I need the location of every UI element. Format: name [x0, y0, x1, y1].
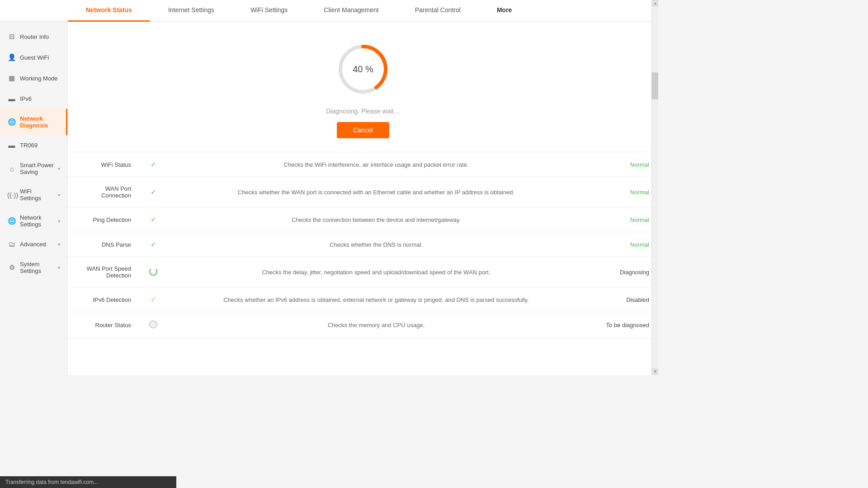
sidebar-item-smart-power-saving[interactable]: ⌂Smart Power Saving▾ — [0, 155, 67, 182]
sidebar-icon: 👤 — [7, 53, 16, 61]
check-icon: ✓ — [151, 160, 156, 168]
topnav-item-more[interactable]: More — [479, 0, 530, 22]
sidebar-label: WiFi Settings — [20, 188, 54, 202]
sidebar-icon: 🌐 — [7, 217, 16, 225]
progress-circle: 40 % — [334, 40, 392, 99]
row-icon: ✓ — [140, 152, 166, 177]
pending-icon — [149, 320, 157, 328]
row-description: Checks whether the DNS is normal. — [166, 232, 586, 257]
sidebar-label: System Settings — [20, 261, 54, 274]
topnav-item-network-status[interactable]: Network Status — [68, 0, 150, 22]
topnav-item-parental-control[interactable]: Parental Control — [397, 0, 479, 22]
table-row: WAN Port Connection✓Checks whether the W… — [68, 177, 658, 207]
sidebar-item-network-diagnosis[interactable]: 🌐Network Diagnosis — [0, 109, 67, 135]
table-row: DNS Parse✓Checks whether the DNS is norm… — [68, 232, 658, 257]
sidebar-label: Advanced — [20, 241, 46, 248]
topnav-item-wifi-settings[interactable]: WiFi Settings — [232, 0, 306, 22]
scrollbar[interactable]: ▲ ▼ — [651, 0, 658, 375]
row-status: Normal — [586, 232, 658, 257]
main-layout: ⊟Router Info👤Guest WiFi▦Working Mode▬IPv… — [0, 22, 658, 375]
check-icon: ✓ — [151, 188, 156, 196]
chevron-down-icon: ▾ — [58, 219, 60, 224]
row-description: Checks the delay, jitter, negotiation sp… — [166, 257, 586, 287]
row-name: WAN Port Connection — [68, 177, 140, 207]
chevron-down-icon: ▾ — [58, 166, 60, 171]
row-name: IPv6 Detection — [68, 287, 140, 312]
main-content: 40 % Diagnosing. Please wait… Cancel WiF… — [68, 22, 658, 375]
loading-icon — [149, 267, 157, 276]
diagnosis-table: WiFi Status✓Checks the WiFi interference… — [68, 152, 658, 338]
sidebar-item-guest-wifi[interactable]: 👤Guest WiFi — [0, 47, 67, 68]
sidebar-label: TR069 — [20, 142, 38, 149]
sidebar-label: Network Settings — [20, 214, 54, 228]
table-row: WiFi Status✓Checks the WiFi interference… — [68, 152, 658, 177]
row-name: Router Status — [68, 312, 140, 338]
table-row: IPv6 Detection✓Checks whether an IPv6 ad… — [68, 287, 658, 312]
cancel-button[interactable]: Cancel — [337, 122, 389, 138]
row-icon — [140, 257, 166, 287]
row-status: Disabled — [586, 287, 658, 312]
sidebar-label: Guest WiFi — [20, 54, 49, 61]
chevron-down-icon: ▾ — [58, 265, 60, 270]
scroll-up-arrow[interactable]: ▲ — [652, 0, 658, 7]
row-icon — [140, 312, 166, 338]
sidebar-label: Smart Power Saving — [20, 162, 54, 175]
row-name: DNS Parse — [68, 232, 140, 257]
sidebar-item-system-settings[interactable]: ⚙System Settings▾ — [0, 254, 67, 281]
top-navigation: Network StatusInternet SettingsWiFi Sett… — [0, 0, 658, 22]
sidebar-item-network-settings[interactable]: 🌐Network Settings▾ — [0, 208, 67, 234]
sidebar-icon: ⊟ — [7, 33, 16, 41]
row-status: Normal — [586, 177, 658, 207]
sidebar-icon: ((·)) — [7, 191, 16, 199]
sidebar-icon: ▦ — [7, 74, 16, 82]
sidebar-icon: ▬ — [7, 95, 16, 103]
table-row: Router StatusChecks the memory and CPU u… — [68, 312, 658, 338]
row-status: Normal — [586, 207, 658, 232]
check-icon: ✓ — [151, 216, 156, 223]
sidebar-item-router-info[interactable]: ⊟Router Info — [0, 26, 67, 47]
sidebar-label: IPv6 — [20, 95, 32, 102]
sidebar-icon: ⌂ — [7, 165, 16, 173]
row-description: Checks the memory and CPU usage. — [166, 312, 586, 338]
sidebar-label: Network Diagnosis — [20, 115, 59, 129]
chevron-down-icon: ▾ — [58, 242, 60, 247]
check-icon: ✓ — [151, 240, 156, 248]
row-status: Diagnosing — [586, 257, 658, 287]
table-row: Ping Detection✓Checks the connection bet… — [68, 207, 658, 232]
sidebar-item-tr069[interactable]: ▬TR069 — [0, 135, 67, 155]
sidebar-icon: ▬ — [7, 141, 16, 149]
row-description: Checks the connection between the device… — [166, 207, 586, 232]
row-icon: ✓ — [140, 177, 166, 207]
progress-label: 40 % — [353, 64, 373, 75]
chevron-down-icon: ▾ — [58, 192, 60, 197]
sidebar-item-advanced[interactable]: 🗂Advanced▾ — [0, 234, 67, 254]
row-name: Ping Detection — [68, 207, 140, 232]
scrollbar-thumb[interactable] — [651, 72, 658, 99]
sidebar-label: Router Info — [20, 33, 49, 40]
sidebar-item-wifi-settings[interactable]: ((·))WiFi Settings▾ — [0, 182, 67, 208]
row-icon: ✓ — [140, 232, 166, 257]
row-status: To be diagnosed — [586, 312, 658, 338]
sidebar-icon: 🌐 — [7, 118, 16, 126]
topnav-item-internet-settings[interactable]: Internet Settings — [150, 0, 232, 22]
row-description: Checks whether the WAN port is connected… — [166, 177, 586, 207]
row-status: Normal — [586, 152, 658, 177]
row-name: WAN Port Speed Detection — [68, 257, 140, 287]
diagnosing-text: Diagnosing. Please wait… — [326, 108, 400, 115]
sidebar: ⊟Router Info👤Guest WiFi▦Working Mode▬IPv… — [0, 22, 68, 375]
row-description: Checks the WiFi interference, air interf… — [166, 152, 586, 177]
topnav-item-client-management[interactable]: Client Management — [306, 0, 396, 22]
row-name: WiFi Status — [68, 152, 140, 177]
row-icon: ✓ — [140, 207, 166, 232]
sidebar-label: Working Mode — [20, 75, 58, 82]
sidebar-item-working-mode[interactable]: ▦Working Mode — [0, 68, 67, 89]
check-yellow-icon: ✓ — [151, 296, 156, 303]
diagnosis-progress-section: 40 % Diagnosing. Please wait… Cancel — [68, 22, 658, 152]
scroll-down-arrow[interactable]: ▼ — [652, 368, 658, 375]
row-icon: ✓ — [140, 287, 166, 312]
sidebar-item-ipv6[interactable]: ▬IPv6 — [0, 89, 67, 109]
sidebar-icon: 🗂 — [7, 240, 16, 248]
table-row: WAN Port Speed DetectionChecks the delay… — [68, 257, 658, 287]
sidebar-icon: ⚙ — [7, 263, 16, 272]
row-description: Checks whether an IPv6 address is obtain… — [166, 287, 586, 312]
